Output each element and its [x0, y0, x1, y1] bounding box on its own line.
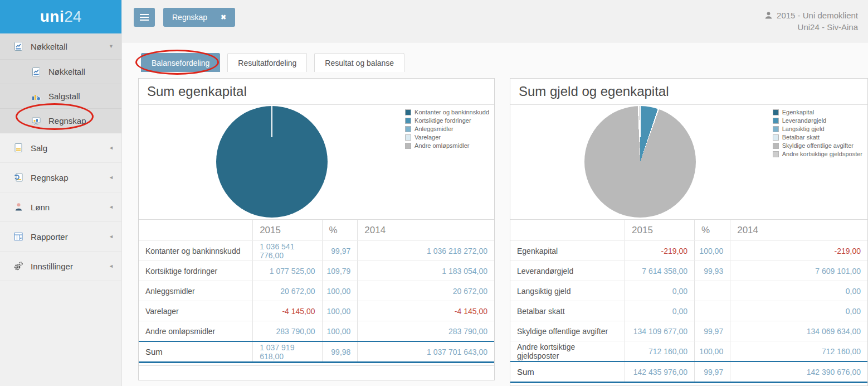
legend-label: Andre omløpsmidler: [415, 142, 469, 150]
cell-value: 0,00: [625, 281, 694, 301]
legend-item[interactable]: Andre omløpsmidler: [405, 142, 489, 150]
cell-value: -219,00: [730, 241, 867, 260]
cell-value: 1 037 919 618,00: [252, 342, 321, 361]
legend-item[interactable]: Varelager: [405, 133, 489, 142]
legend-label: Varelager: [415, 133, 441, 142]
table-header-label: [510, 220, 625, 240]
cell-value: 0,00: [625, 301, 694, 321]
person-icon: [13, 202, 25, 212]
sidebar-item-nokkeltall[interactable]: Nøkkeltall▼: [0, 33, 121, 60]
row-label: Sum: [510, 362, 625, 382]
table-header-label: [139, 220, 252, 240]
topbar: Regnskap ✖ 2015 - Uni demoklient Uni24 -…: [122, 0, 868, 42]
legend-item[interactable]: Leverandørgjeld: [773, 117, 862, 125]
tab-balansefordeling[interactable]: Balansefordeling: [141, 53, 220, 72]
sidebar-item-nokkeltall-sub[interactable]: Nøkkeltall: [0, 60, 121, 84]
sidebar-item-salg[interactable]: Salg◄: [0, 133, 121, 163]
gear-icon: [13, 261, 25, 271]
table-header-%: %: [322, 220, 358, 240]
legend-label: Kortsiktige fordringer: [415, 117, 471, 125]
chart-legend: EgenkapitalLeverandørgjeldLangsiktig gje…: [773, 108, 862, 158]
sidebar-item-label: Salg: [31, 143, 109, 153]
open-window-tab-regnskap[interactable]: Regnskap ✖: [163, 8, 235, 27]
panel-header: Sum egenkapital: [139, 79, 494, 105]
sidebar-item-label: Innstillinger: [31, 262, 109, 271]
logo-text-light: 24: [64, 8, 81, 26]
cell-value: [694, 301, 730, 321]
pie-chart-sum-egenkapital[interactable]: [216, 106, 328, 218]
tab-resultat-og-balanse[interactable]: Resultat og balanse: [314, 53, 404, 72]
panel-title: Sum gjeld og egenkapital: [519, 84, 669, 99]
sidebar-item-regnskap-sub[interactable]: Regnskap: [0, 109, 121, 133]
sidebar-nav: Nøkkeltall▼NøkkeltallSalgstallRegnskapSa…: [0, 33, 121, 281]
cell-value: 99,97: [694, 362, 730, 382]
cell-value: 0,00: [730, 301, 867, 321]
row-label: Andre kortsiktige gjeldsposter: [510, 341, 625, 361]
cell-value: 100,00: [694, 241, 730, 260]
table-row: Kortsiktige fordringer1 077 525,00109,79…: [139, 260, 494, 281]
user-client-label: 2015 - Uni demoklient: [777, 9, 858, 21]
cell-value: 0,00: [730, 281, 867, 301]
doc-icon: [13, 143, 25, 153]
legend-item[interactable]: Egenkapital: [773, 108, 862, 117]
sidebar: uni24 Nøkkeltall▼NøkkeltallSalgstallRegn…: [0, 0, 122, 386]
panel-sum-gjeld-og-egenkapital: Sum gjeld og egenkapital EgenkapitalLeve…: [510, 78, 868, 386]
cell-value: 7 614 358,00: [625, 261, 694, 281]
legend-item[interactable]: Kontanter og bankinnskudd: [405, 108, 489, 117]
sidebar-item-label: Regnskap: [31, 173, 109, 182]
legend-item[interactable]: Andre kortsiktige gjeldsposter: [773, 150, 862, 158]
sidebar-item-regnskap[interactable]: Regnskap◄: [0, 163, 121, 192]
close-icon[interactable]: ✖: [221, 13, 226, 21]
cell-value: 99,97: [322, 241, 358, 260]
sidebar-item-innstillinger[interactable]: Innstillinger◄: [0, 252, 121, 281]
table-sum-row: Sum1 037 919 618,0099,981 037 701 643,00: [139, 341, 494, 363]
table-header-2014: 2014: [357, 220, 494, 240]
legend-label: Andre kortsiktige gjeldsposter: [782, 150, 862, 158]
legend-item[interactable]: Kortsiktige fordringer: [405, 117, 489, 125]
pie-chart-sum-gjeld-og-egenkapital[interactable]: [584, 106, 696, 218]
window-tab-label: Regnskap: [172, 13, 207, 22]
sidebar-item-rapporter[interactable]: Rapporter◄: [0, 222, 121, 252]
cell-value: 1 037 701 643,00: [357, 342, 494, 361]
cell-value: 100,00: [322, 281, 358, 301]
table-header-%: %: [694, 220, 730, 240]
chevron-left-icon: ◄: [109, 263, 114, 269]
legend-swatch: [405, 109, 411, 115]
cell-value: 712 160,00: [730, 341, 867, 361]
cell-value: 283 790,00: [252, 321, 321, 341]
legend-item[interactable]: Langsiktig gjeld: [773, 125, 862, 133]
cell-value: 1 077 525,00: [252, 261, 321, 281]
doc-sync-icon: [13, 172, 25, 182]
chart-area: EgenkapitalLeverandørgjeldLangsiktig gje…: [510, 105, 867, 219]
legend-swatch: [405, 143, 411, 149]
user-info[interactable]: 2015 - Uni demoklient Uni24 - Siv-Aina: [764, 9, 858, 33]
table-row: Andre omløpsmidler283 790,00100,00283 79…: [139, 321, 494, 341]
panel-title: Sum egenkapital: [147, 84, 247, 99]
table-header-row: 2015%2014: [139, 220, 494, 240]
sidebar-item-label: Salgstall: [48, 91, 114, 101]
legend-item[interactable]: Skyldige offentlige avgifter: [773, 142, 862, 150]
row-label: Sum: [139, 342, 252, 361]
cell-value: 20 672,00: [252, 281, 321, 301]
cell-value: -4 145,00: [357, 301, 494, 321]
sidebar-item-lonn[interactable]: Lønn◄: [0, 192, 121, 222]
row-label: Egenkapital: [510, 241, 625, 260]
chevron-left-icon: ◄: [109, 204, 114, 210]
legend-swatch: [773, 118, 779, 124]
sidebar-item-salgstall[interactable]: Salgstall: [0, 84, 121, 109]
sidebar-item-label: Regnskap: [48, 116, 114, 126]
cell-value: 134 069 634,00: [730, 321, 867, 341]
legend-item[interactable]: Anleggsmidler: [405, 125, 489, 133]
cell-value: -219,00: [625, 241, 694, 260]
sidebar-item-label: Nøkkeltall: [48, 67, 114, 76]
legend-item[interactable]: Betalbar skatt: [773, 133, 862, 142]
tab-resultatfordeling[interactable]: Resultatfordeling: [227, 53, 307, 72]
table-header-2015: 2015: [252, 220, 321, 240]
data-table: 2015%2014Kontanter og bankinnskudd1 036 …: [139, 219, 494, 363]
cell-value: 1 183 054,00: [357, 261, 494, 281]
table-row: Egenkapital-219,00100,00-219,00: [510, 240, 867, 260]
table-row: Andre kortsiktige gjeldsposter712 160,00…: [510, 341, 867, 361]
legend-swatch: [773, 126, 779, 132]
menu-hamburger-button[interactable]: [134, 8, 155, 27]
table-header-2014: 2014: [730, 220, 867, 240]
